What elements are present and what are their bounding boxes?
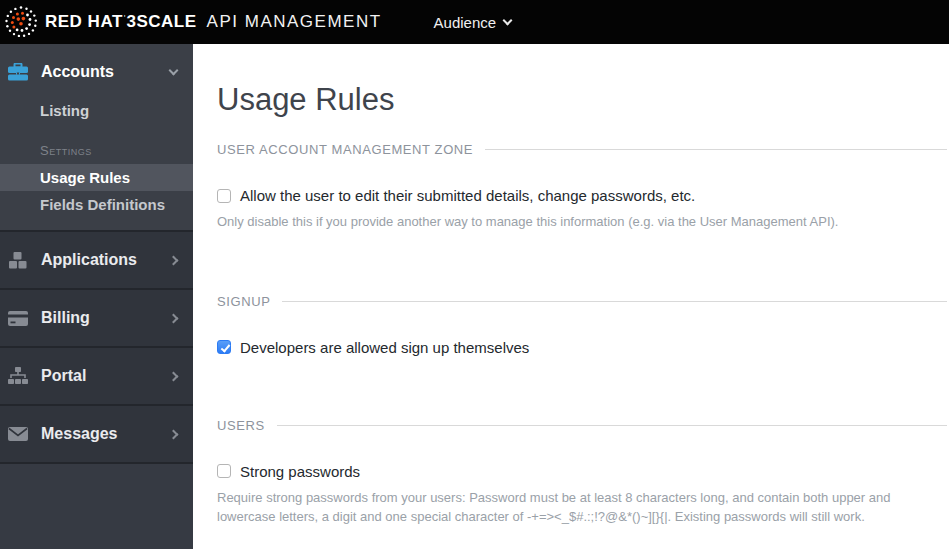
strong-passwords-checkbox-row[interactable]: Strong passwords bbox=[217, 463, 947, 480]
sidebar-item-messages[interactable]: Messages bbox=[0, 404, 193, 462]
chevron-right-icon bbox=[169, 313, 179, 323]
developers-signup-checkbox-row[interactable]: Developers are allowed sign up themselve… bbox=[217, 339, 947, 356]
top-header-bar: RED HAT'3SCALE API MANAGEMENT Audience bbox=[0, 0, 949, 44]
chevron-right-icon bbox=[169, 429, 179, 439]
sidebar-accounts-section: Accounts Listing Settings Usage Rules Fi… bbox=[0, 44, 193, 230]
strong-passwords-label: Strong passwords bbox=[240, 463, 360, 480]
main-content: Usage Rules USER ACCOUNT MANAGEMENT ZONE… bbox=[193, 44, 949, 549]
sidebar-settings-header: Settings bbox=[0, 143, 193, 164]
strong-passwords-help-text: Require strong passwords from your users… bbox=[217, 488, 947, 527]
sidebar-item-accounts-label: Accounts bbox=[41, 63, 114, 81]
credit-card-icon bbox=[8, 308, 28, 328]
sidebar-item-portal[interactable]: Portal bbox=[0, 346, 193, 404]
allow-user-edit-checkbox[interactable] bbox=[217, 189, 231, 203]
briefcase-icon bbox=[8, 62, 28, 82]
chevron-down-icon bbox=[169, 65, 179, 75]
sidebar: Accounts Listing Settings Usage Rules Fi… bbox=[0, 44, 193, 549]
brand-red-hat: RED HAT bbox=[45, 12, 123, 32]
red-hat-logo-icon bbox=[3, 4, 39, 40]
sidebar-item-billing[interactable]: Billing bbox=[0, 288, 193, 346]
page-title: Usage Rules bbox=[217, 82, 947, 118]
sidebar-item-fields-definitions[interactable]: Fields Definitions bbox=[0, 191, 193, 218]
chevron-right-icon bbox=[169, 255, 179, 265]
allow-user-edit-label: Allow the user to edit their submitted d… bbox=[240, 187, 695, 204]
section-legend-users: USERS bbox=[217, 418, 947, 433]
chevron-right-icon bbox=[169, 371, 179, 381]
sidebar-item-portal-label: Portal bbox=[41, 367, 86, 385]
sitemap-icon bbox=[8, 366, 28, 386]
strong-passwords-checkbox[interactable] bbox=[217, 464, 231, 478]
allow-user-edit-help-text: Only disable this if you provide another… bbox=[217, 212, 947, 232]
brand-3scale: 3SCALE bbox=[127, 12, 197, 32]
envelope-icon bbox=[8, 424, 28, 444]
sidebar-bottom-filler bbox=[0, 462, 193, 549]
developers-signup-checkbox[interactable] bbox=[217, 340, 231, 354]
section-legend-user-account-management-zone: USER ACCOUNT MANAGEMENT ZONE bbox=[217, 142, 947, 157]
brand-api-management: API MANAGEMENT bbox=[207, 12, 382, 32]
sidebar-item-applications-label: Applications bbox=[41, 251, 137, 269]
sidebar-item-usage-rules[interactable]: Usage Rules bbox=[0, 164, 193, 191]
sidebar-item-applications[interactable]: Applications bbox=[0, 230, 193, 288]
brand-title: RED HAT'3SCALE API MANAGEMENT bbox=[45, 12, 382, 32]
sidebar-item-billing-label: Billing bbox=[41, 309, 90, 327]
audience-dropdown[interactable]: Audience bbox=[434, 14, 512, 31]
sidebar-item-accounts[interactable]: Accounts bbox=[0, 52, 193, 92]
chevron-down-icon bbox=[503, 15, 513, 25]
cubes-icon bbox=[8, 250, 28, 270]
sidebar-item-listing[interactable]: Listing bbox=[0, 92, 193, 129]
audience-label: Audience bbox=[434, 14, 497, 31]
red-hat-logo[interactable] bbox=[3, 4, 39, 40]
sidebar-item-messages-label: Messages bbox=[41, 425, 118, 443]
developers-signup-label: Developers are allowed sign up themselve… bbox=[240, 339, 529, 356]
allow-user-edit-checkbox-row[interactable]: Allow the user to edit their submitted d… bbox=[217, 187, 947, 204]
section-legend-signup: SIGNUP bbox=[217, 294, 947, 309]
brand-trademark: ' bbox=[124, 13, 126, 23]
